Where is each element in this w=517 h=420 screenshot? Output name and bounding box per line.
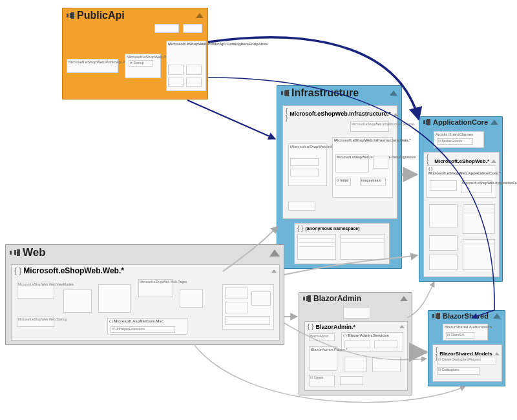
box-pages[interactable]: BlazorAdmin.Pages.* <box>309 346 337 371</box>
module-publicapi[interactable]: PublicApi Microsoft.eShopWeb.PublicApi.A… <box>62 8 208 100</box>
tiny-auth: BlazorAdmin <box>309 333 335 341</box>
tiny-top <box>343 307 370 319</box>
collapse-icon[interactable] <box>493 313 501 319</box>
box-catalog-endpoints[interactable]: Microsoft.eShopWeb.PublicApi.CatalogItem… <box>166 41 206 91</box>
collapse-icon[interactable] <box>393 113 398 116</box>
collapse-icon[interactable] <box>269 249 280 257</box>
tiny-box: Microsoft.eShopWeb.Web.ViewModels <box>17 282 54 299</box>
module-header: Infrastructure <box>277 86 401 100</box>
tiny-ext <box>288 202 315 211</box>
module-title: Web <box>23 246 46 259</box>
assembly-icon <box>423 119 430 125</box>
module-applicationcore[interactable]: ApplicationCore Ardalis.GuardClauses ⊡ B… <box>419 116 503 282</box>
panel-web-ns[interactable]: { } Microsoft.eShopWeb.Web.* Microsoft.e… <box>11 264 280 341</box>
module-header: BlazorShared <box>428 311 505 321</box>
collapse-icon[interactable] <box>400 296 408 301</box>
module-title: BlazorAdmin <box>313 294 361 303</box>
panel-models[interactable]: { }BlazorShared.Models ⊡ CreateCatalogIt… <box>432 344 502 382</box>
assembly-icon <box>67 12 74 19</box>
module-infrastructure[interactable]: Infrastructure { } Microsoft.eShopWeb.In… <box>277 85 402 269</box>
collapse-icon[interactable] <box>390 90 397 96</box>
tiny-box <box>63 289 92 313</box>
module-header: ApplicationCore <box>419 117 502 127</box>
box-identity[interactable]: Microsoft.eShopWeb.Infrastructure.Identi… <box>288 143 327 186</box>
box-migrations: Microsoft.eShopWeb.Infrastructure.Data.M… <box>335 154 369 173</box>
module-web[interactable]: Web { } Microsoft.eShopWeb.Web.* Microso… <box>5 244 284 345</box>
collapse-icon[interactable] <box>491 120 498 125</box>
box-publicapi-root[interactable]: Microsoft.eShopWeb.PublicApi ⟳ Startup <box>125 54 161 78</box>
module-title: Infrastructure <box>291 87 359 99</box>
tiny-box <box>180 289 203 308</box>
tiny-services: Microsoft.eShopWeb.Infrastructure.Servic… <box>350 121 389 132</box>
assembly-icon <box>303 295 311 302</box>
tiny-box: Microsoft.eShopWeb.Web.Pages <box>138 279 173 297</box>
tiny-box <box>154 24 179 33</box>
module-header: Web <box>6 245 284 260</box>
panel-eshop-ns[interactable]: { }Microsoft.eShopWeb.* { } Microsoft.eS… <box>423 152 500 277</box>
panel-blazoradmin-ns[interactable]: { }BlazorAdmin.* BlazorAdmin { } BlazorA… <box>304 321 408 391</box>
box-data-ns[interactable]: Microsoft.eShopWeb.Infrastructure.Data.*… <box>332 137 393 198</box>
module-title: ApplicationCore <box>433 118 488 126</box>
module-title: BlazorShared <box>443 312 489 320</box>
panel-infra-ns[interactable]: { } Microsoft.eShopWeb.Infrastructure.* … <box>282 105 397 219</box>
box-auth[interactable]: BlazorShared.Authorization ⊡ ClaimSvc <box>443 324 488 341</box>
tiny-box <box>98 284 131 313</box>
box-guard[interactable]: Ardalis.GuardClauses ⊡ BasketGuards <box>434 131 484 148</box>
box-web-right[interactable] <box>222 284 274 330</box>
module-blazoradmin[interactable]: BlazorAdmin { }BlazorAdmin.* BlazorAdmin… <box>299 292 412 395</box>
box-auth-endpoints[interactable]: Microsoft.eShopWeb.PublicApi.AuthEndpoin… <box>67 59 118 73</box>
panel-anon-ns[interactable]: { }(anonymous namespace) <box>294 223 390 264</box>
assembly-icon <box>432 313 440 319</box>
collapse-icon[interactable] <box>196 13 204 18</box>
module-header: PublicApi <box>63 8 207 23</box>
box-services[interactable]: { } BlazorAdmin.Services <box>341 332 403 352</box>
assembly-icon <box>10 248 20 257</box>
box-core-ns[interactable]: { } Microsoft.eShopWeb.ApplicationCore.*… <box>427 165 496 198</box>
tiny-box: Microsoft.eShopWeb.Web.Startup <box>17 317 54 327</box>
module-title: PublicApi <box>77 10 125 21</box>
assembly-icon <box>281 90 289 96</box>
box-mvc[interactable]: { } Microsoft.AspNetCore.Mvc ⊡ UrlHelper… <box>107 318 187 335</box>
module-blazorshared[interactable]: BlazorShared BlazorShared.Authorization … <box>428 310 505 386</box>
module-header: BlazorAdmin <box>299 293 412 304</box>
collapse-icon[interactable] <box>271 269 277 273</box>
tiny-box <box>183 24 202 33</box>
